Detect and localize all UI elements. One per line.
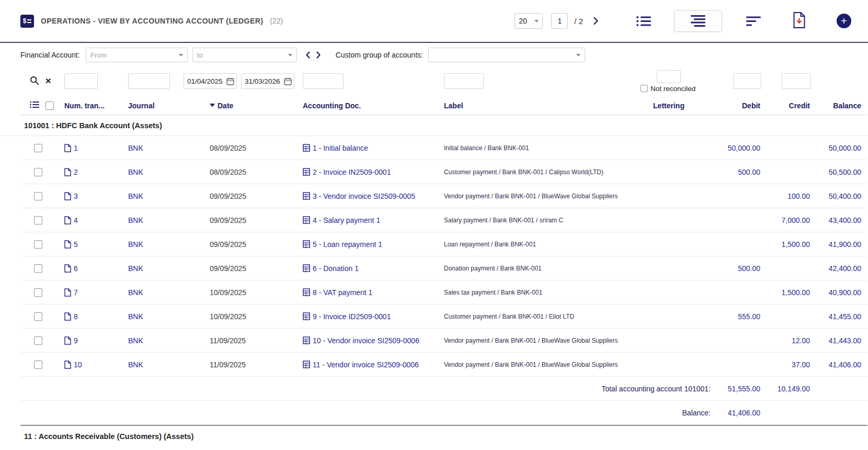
from-placeholder: From (90, 51, 107, 59)
row-doc-link[interactable]: 5 - Loan repayment 1 (299, 240, 440, 249)
page-input[interactable] (551, 13, 568, 29)
search-label-input[interactable] (444, 73, 484, 89)
row-doc-link[interactable]: 2 - Invoice IN2509-0001 (299, 168, 440, 176)
financial-account-to-select[interactable]: to (192, 48, 297, 62)
row-doc[interactable]: 3 - Vendor invoice SI2509-0005 (313, 192, 415, 200)
row-doc[interactable]: 11 - Vendor invoice SI2509-0006 (313, 361, 419, 369)
row-num-link[interactable]: 10 (60, 361, 124, 369)
row-checkbox[interactable] (34, 192, 42, 200)
col-header-doc[interactable]: Accounting Doc. (299, 102, 440, 110)
search-doc-input[interactable] (303, 73, 344, 89)
row-journal[interactable]: BNK (124, 240, 184, 249)
row-num-link[interactable]: 4 (60, 216, 124, 224)
columns-list-icon[interactable] (30, 101, 39, 110)
row-num[interactable]: 3 (74, 192, 78, 200)
row-doc-link[interactable]: 10 - Vendor invoice SI2509-0006 (299, 336, 440, 345)
row-doc[interactable]: 2 - Invoice IN2509-0001 (313, 168, 391, 176)
row-num[interactable]: 7 (74, 288, 78, 297)
col-header-label[interactable]: Label (440, 102, 621, 110)
row-doc-link[interactable]: 4 - Salary payment 1 (299, 216, 440, 224)
row-num[interactable]: 10 (74, 361, 82, 369)
row-journal[interactable]: BNK (124, 216, 184, 224)
export-pdf-icon[interactable] (792, 12, 806, 30)
account-total-row: Total accounting account 101001: 51,555.… (20, 377, 867, 401)
col-header-credit[interactable]: Credit (767, 102, 816, 110)
financial-account-from-select[interactable]: From (86, 48, 188, 62)
row-checkbox[interactable] (34, 216, 42, 224)
row-num-link[interactable]: 9 (60, 336, 124, 345)
col-header-debit[interactable]: Debit (717, 102, 767, 110)
prev-account-button[interactable] (305, 51, 311, 59)
search-debit-input[interactable] (733, 73, 761, 89)
row-checkbox[interactable] (34, 144, 42, 152)
row-doc[interactable]: 6 - Donation 1 (313, 264, 359, 273)
col-header-journal[interactable]: Journal (124, 102, 184, 110)
row-journal[interactable]: BNK (124, 168, 184, 176)
row-num[interactable]: 2 (74, 168, 78, 176)
clear-search-icon[interactable]: ✕ (45, 76, 52, 86)
per-page-select[interactable]: 20 (515, 13, 543, 29)
row-num[interactable]: 4 (74, 216, 78, 224)
row-num[interactable]: 9 (74, 336, 78, 345)
row-doc-link[interactable]: 11 - Vendor invoice SI2509-0006 (299, 361, 440, 369)
custom-group-select[interactable] (428, 48, 585, 62)
search-credit-input[interactable] (782, 73, 811, 89)
row-num-link[interactable]: 2 (60, 168, 124, 176)
list-view-icon[interactable] (636, 16, 651, 27)
next-account-button[interactable] (316, 51, 321, 59)
row-doc[interactable]: 1 - Initial balance (313, 144, 368, 152)
not-reconciled-checkbox[interactable] (641, 85, 648, 92)
row-doc-link[interactable]: 8 - VAT payment 1 (299, 288, 440, 297)
row-doc-link[interactable]: 1 - Initial balance (299, 144, 440, 152)
search-icon[interactable] (30, 76, 39, 87)
row-checkbox[interactable] (34, 168, 42, 176)
row-doc[interactable]: 9 - Invoice ID2509-0001 (313, 312, 391, 321)
row-journal[interactable]: BNK (124, 336, 184, 345)
date-to-input[interactable] (241, 73, 294, 89)
row-checkbox[interactable] (34, 361, 42, 369)
row-checkbox[interactable] (34, 240, 42, 249)
row-checkbox[interactable] (34, 312, 42, 321)
row-num-link[interactable]: 8 (60, 312, 124, 321)
col-header-lettering[interactable]: Lettering (621, 102, 717, 110)
row-num-link[interactable]: 6 (60, 264, 124, 273)
row-doc[interactable]: 8 - VAT payment 1 (313, 288, 372, 297)
row-num-link[interactable]: 1 (60, 144, 124, 152)
row-doc-link[interactable]: 3 - Vendor invoice SI2509-0005 (299, 192, 440, 200)
row-doc[interactable]: 5 - Loan repayment 1 (313, 240, 382, 249)
table-row: 5 BNK 09/09/2025 5 - Loan repayment 1 Lo… (20, 232, 867, 256)
row-journal[interactable]: BNK (124, 361, 184, 369)
search-lettering-input[interactable] (657, 70, 681, 83)
row-checkbox[interactable] (34, 336, 42, 345)
add-entry-button[interactable]: + (837, 14, 851, 28)
search-num-input[interactable] (64, 73, 98, 89)
next-page-button[interactable] (592, 17, 599, 25)
col-header-balance[interactable]: Balance (816, 102, 867, 110)
row-num[interactable]: 5 (74, 240, 78, 249)
row-journal[interactable]: BNK (124, 288, 184, 297)
row-num-link[interactable]: 7 (60, 288, 124, 297)
row-journal[interactable]: BNK (124, 264, 184, 273)
row-journal[interactable]: BNK (124, 192, 184, 200)
row-journal[interactable]: BNK (124, 312, 184, 321)
grouped-view-button-selected[interactable] (674, 10, 722, 32)
row-checkbox[interactable] (34, 288, 42, 297)
row-balance: 40,900.00 (816, 288, 867, 297)
col-header-num[interactable]: Num. tran... (60, 102, 124, 110)
row-num[interactable]: 8 (74, 312, 78, 321)
row-doc-link[interactable]: 6 - Donation 1 (299, 264, 440, 273)
row-num-link[interactable]: 3 (60, 192, 124, 200)
summary-view-icon[interactable] (746, 16, 761, 27)
col-header-date[interactable]: Date (210, 102, 299, 110)
row-doc-link[interactable]: 9 - Invoice ID2509-0001 (299, 312, 440, 321)
row-num[interactable]: 1 (74, 144, 78, 152)
row-num[interactable]: 6 (74, 264, 78, 273)
row-doc[interactable]: 10 - Vendor invoice SI2509-0006 (313, 336, 419, 345)
select-all-checkbox[interactable] (45, 102, 54, 110)
row-checkbox[interactable] (34, 264, 42, 273)
row-journal[interactable]: BNK (124, 144, 184, 152)
row-doc[interactable]: 4 - Salary payment 1 (313, 216, 380, 224)
row-num-link[interactable]: 5 (60, 240, 124, 249)
search-journal-input[interactable] (128, 73, 170, 89)
date-from-input[interactable] (184, 73, 237, 89)
